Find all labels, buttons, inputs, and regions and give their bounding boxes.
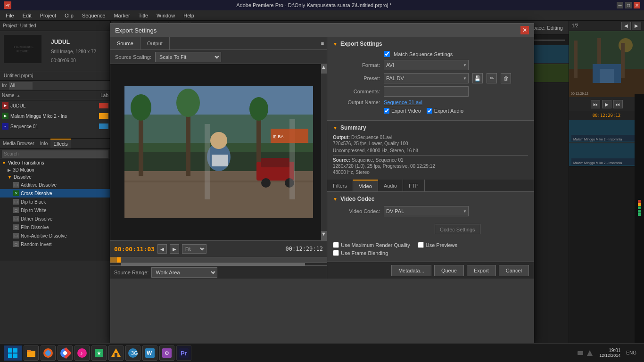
minimize-button[interactable]: ─	[617, 2, 623, 8]
word-icon: W	[144, 347, 156, 359]
format-select[interactable]: AVI H.264 MPEG2	[384, 60, 469, 70]
effect-icon-dip-black: □	[13, 199, 19, 205]
effects-item-dip-white[interactable]: □ Dip to White	[0, 206, 110, 214]
tool-icon: ⚙	[161, 347, 173, 359]
taskbar-icon-word[interactable]: W	[142, 346, 157, 361]
play-fwd-btn[interactable]: ▶	[170, 244, 179, 254]
menu-window[interactable]: Window	[153, 12, 179, 19]
video-codec-select[interactable]: DV PAL DV NTSC None	[384, 206, 469, 216]
dialog-title-text: Export Settings	[115, 27, 157, 34]
menu-title[interactable]: Title	[135, 12, 152, 19]
maximize-button[interactable]: □	[625, 2, 632, 8]
menu-project[interactable]: Project	[36, 12, 60, 19]
taskbar-icon-chrome[interactable]	[58, 346, 73, 361]
dialog-close-button[interactable]: ✕	[520, 26, 529, 34]
svg-text:⊞ BA: ⊞ BA	[273, 134, 284, 139]
effects-folder-video-transitions[interactable]: ▼ Video Transitions	[0, 159, 110, 166]
search-input[interactable]	[9, 82, 33, 90]
taskbar-icon-premiere[interactable]: Pr	[176, 346, 191, 361]
taskbar-icon-firefox[interactable]	[41, 346, 56, 361]
preset-edit-btn[interactable]: ✏	[487, 73, 497, 83]
taskbar-icon-network[interactable]: 3G	[125, 346, 140, 361]
effects-item-dip-black[interactable]: □ Dip to Black	[0, 197, 110, 206]
effects-item-cross-dissolve[interactable]: ✕ Cross Dissolve	[0, 189, 110, 197]
video-codec-header[interactable]: ▼ Video Codec	[333, 196, 528, 202]
effects-search-input[interactable]	[2, 150, 108, 158]
menu-clip[interactable]: Clip	[61, 12, 77, 19]
taskbar-start-button[interactable]	[4, 346, 22, 361]
preset-save-btn[interactable]: 💾	[472, 73, 483, 83]
dialog-tab-source[interactable]: Source	[110, 37, 140, 49]
taskbar-icon-folder[interactable]	[24, 346, 39, 361]
use-previews-checkbox[interactable]	[418, 242, 424, 248]
source-range-select[interactable]: Work Area Entire Sequence In to Out	[151, 267, 217, 278]
play-back-btn[interactable]: ◀	[157, 244, 167, 254]
toggle-icon-summary: ▼	[333, 125, 338, 131]
export-button[interactable]: Export	[467, 265, 496, 276]
tab-media-browser[interactable]: Media Browser	[0, 139, 37, 148]
taskbar-icon-files[interactable]: ★	[91, 346, 107, 361]
effects-subfolder-3d-motion[interactable]: ▶ 3D Motion	[0, 166, 110, 173]
export-settings-header[interactable]: ▼ Export Settings	[333, 41, 528, 47]
max-render-checkbox[interactable]	[333, 242, 339, 248]
frame-blending-checkbox[interactable]	[333, 250, 339, 256]
summary-header[interactable]: ▼ Summary	[333, 124, 528, 131]
effects-subfolder-dissolve[interactable]: ▼ Dissolve	[0, 173, 110, 181]
source-scaling-select[interactable]: Scale To Fit	[155, 52, 221, 62]
codec-settings-button[interactable]: Codec Settings	[435, 224, 480, 234]
right-btn-next[interactable]: ▶	[632, 22, 641, 30]
preview-scroll-up[interactable]: ▲	[321, 64, 327, 74]
codec-tab-audio[interactable]: Audio	[378, 180, 403, 191]
comments-input[interactable]	[384, 86, 469, 97]
metadata-button[interactable]: Metadata...	[391, 265, 431, 276]
premiere-icon: Pr	[178, 347, 190, 359]
export-audio-checkbox[interactable]	[427, 108, 432, 114]
effects-item-dither[interactable]: □ Dither Dissolve	[0, 214, 110, 223]
right-ctrl-fwd[interactable]: ⏭	[613, 100, 623, 108]
preview-scroll-down[interactable]: ▼	[321, 231, 327, 240]
list-item[interactable]: ▶ Malam Minggu Miko 2 - Ins	[0, 111, 110, 121]
preset-delete-btn[interactable]: 🗑	[501, 73, 511, 83]
codec-tab-filters[interactable]: Filters	[327, 180, 353, 191]
effects-item-non-additive[interactable]: □ Non-Additive Dissolve	[0, 231, 110, 240]
item-name-judul: JUDUL	[10, 103, 97, 108]
output-name-link[interactable]: Sequence 01.avi	[384, 99, 422, 105]
list-item[interactable]: ▶ JUDUL	[0, 100, 110, 111]
subfolder-arrow-dissolve: ▼	[8, 175, 12, 180]
right-ctrl-rew[interactable]: ⏮	[591, 100, 600, 108]
tab-effects[interactable]: Effects	[50, 139, 70, 148]
cancel-button[interactable]: Cancel	[499, 265, 529, 276]
match-sequence-checkbox[interactable]	[384, 51, 390, 57]
effects-item-film[interactable]: □ Film Dissolve	[0, 223, 110, 231]
taskbar-icon-itunes[interactable]: ♪	[74, 346, 90, 361]
menu-edit[interactable]: Edit	[19, 12, 35, 19]
effects-item-additive-dissolve[interactable]: □ Additive Dissolve	[0, 181, 110, 189]
queue-button[interactable]: Queue	[434, 265, 464, 276]
list-item[interactable]: ≡ Sequence 01	[0, 121, 110, 132]
codec-tab-ftp[interactable]: FTP	[403, 180, 425, 191]
export-video-checkbox[interactable]	[384, 108, 389, 114]
effect-icon-additive: □	[13, 182, 19, 188]
scrub-bar[interactable]	[110, 257, 327, 265]
tab-info[interactable]: Info	[37, 139, 51, 148]
zoom-select[interactable]: Fit 25% 50% 100%	[182, 244, 206, 254]
dialog-menu-btn[interactable]: ≡	[318, 37, 327, 50]
menu-sequence[interactable]: Sequence	[78, 12, 109, 19]
dialog-tab-output[interactable]: Output	[140, 37, 170, 49]
timecode-total: 00:12:29:12	[286, 246, 323, 252]
effects-item-random-invert[interactable]: □ Random Invert	[0, 240, 110, 248]
codec-tab-video[interactable]: Video	[353, 180, 378, 191]
video-codec-title: Video Codec	[340, 196, 374, 202]
menu-help[interactable]: Help	[180, 12, 198, 19]
svg-point-25	[249, 97, 268, 121]
taskbar-icon-tool[interactable]: ⚙	[159, 346, 174, 361]
source-value: Sequence, Sequence 01	[352, 157, 404, 163]
right-btn-prev[interactable]: ◀	[621, 22, 631, 30]
close-button[interactable]: ✕	[634, 2, 640, 8]
preview-svg: ⊞ BA	[124, 86, 313, 218]
menu-file[interactable]: File	[2, 12, 18, 19]
taskbar-icon-vlc[interactable]	[108, 346, 124, 361]
right-ctrl-play[interactable]: ▶	[602, 100, 611, 108]
menu-marker[interactable]: Marker	[110, 12, 133, 19]
preset-select[interactable]: PAL DV NTSC DV	[384, 73, 469, 83]
